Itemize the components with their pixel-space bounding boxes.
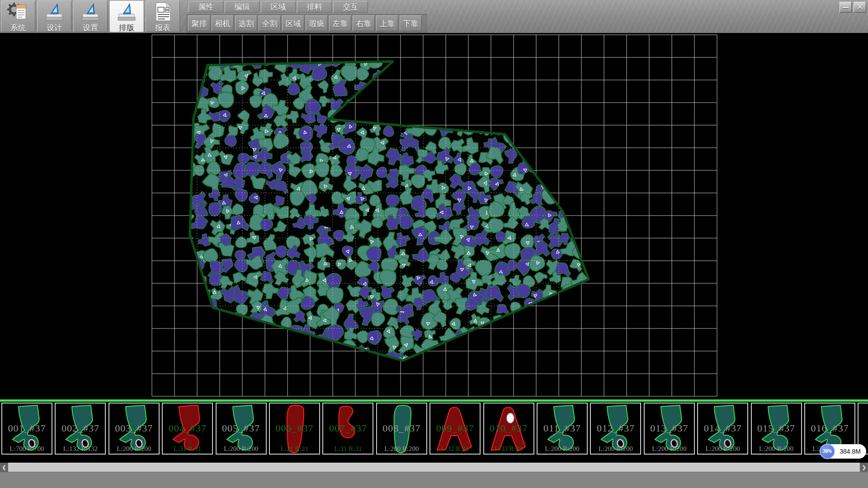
piece-thumbnail-5[interactable]: 005_#37L:200 R:200 xyxy=(216,403,267,455)
badge-size-label: 384.8M xyxy=(840,448,861,455)
close-button[interactable]: ✕ xyxy=(854,2,866,13)
piece-lr-count-label: L:200 R:200 xyxy=(591,445,640,453)
mode-button-report[interactable]: 报表 xyxy=(146,0,180,32)
action-button-1[interactable]: 相机 xyxy=(212,15,234,31)
piece-thumbnail-2[interactable]: 002_#37L:132 R:132 xyxy=(55,403,106,455)
action-button-0[interactable]: 聚排 xyxy=(188,15,210,31)
piece-thumbnail-9[interactable]: 009_#37L:32 R:31 xyxy=(429,403,481,455)
mode-button-settings[interactable]: 设置 xyxy=(73,0,108,32)
piece-lr-count-label: L:33 R:33 xyxy=(484,445,533,453)
piece-id-label: 009_#37 xyxy=(430,422,480,434)
titlebar[interactable]: 系统设计设置排版报表 属性编辑区域排料交互 聚排相机选割全割区域瑕疵左靠右靠上靠… xyxy=(0,0,868,33)
badge-percent-label: 38% xyxy=(823,449,832,454)
piece-id-label: 012_#37 xyxy=(591,422,640,434)
piece-lr-count-label: L:200 R:200 xyxy=(752,445,801,453)
mode-button-design[interactable]: 设计 xyxy=(37,0,71,32)
action-button-7[interactable]: 右靠 xyxy=(353,15,375,31)
piece-id-label: 008_#37 xyxy=(377,422,426,434)
piece-thumbnail-14[interactable]: 014_#37L:200 R:200 xyxy=(697,403,748,455)
piece-id-label: 010_#37 xyxy=(484,422,533,434)
piece-thumbnail-6[interactable]: 006_#37L:21 R:21 xyxy=(269,403,320,455)
strip-top-border xyxy=(0,399,868,402)
piece-thumbnail-3[interactable]: 003_#37L:200 R:200 xyxy=(108,403,160,455)
nesting-canvas[interactable] xyxy=(0,33,868,399)
piece-lr-count-label: L:31 R:31 xyxy=(323,445,373,453)
download-progress-badge[interactable]: 38% xyxy=(820,444,835,459)
set-square-ruler-icon xyxy=(43,2,65,22)
scroll-right-button[interactable]: ❯ xyxy=(860,463,868,472)
piece-thumbnail-1[interactable]: 001_#37L:700 R:700 xyxy=(1,403,52,455)
piece-lr-count-label: L:200 R:200 xyxy=(698,445,747,453)
piece-id-label: 015_#37 xyxy=(752,422,801,434)
action-button-2[interactable]: 选割 xyxy=(235,15,257,31)
action-button-4[interactable]: 区域 xyxy=(282,15,304,31)
gear-document-icon xyxy=(7,2,29,22)
piece-thumbnail-15[interactable]: 015_#37L:200 R:200 xyxy=(751,403,802,455)
menu-item-0[interactable]: 属性 xyxy=(189,1,223,13)
mode-label-settings: 设置 xyxy=(74,23,107,32)
menu-item-2[interactable]: 区域 xyxy=(261,1,296,13)
mode-button-system[interactable]: 系统 xyxy=(1,0,35,32)
piece-lr-count-label: L:700 R:700 xyxy=(2,445,52,453)
action-bar: 聚排相机选割全割区域瑕疵左靠右靠上靠下靠 xyxy=(188,15,422,31)
menu-item-1[interactable]: 编辑 xyxy=(225,1,259,13)
action-button-6[interactable]: 左靠 xyxy=(329,15,351,31)
menu-item-3[interactable]: 排料 xyxy=(297,1,332,13)
scroll-track[interactable] xyxy=(8,463,860,472)
mode-label-system: 系统 xyxy=(1,23,35,32)
piece-hole xyxy=(507,413,514,423)
piece-thumbnail-12[interactable]: 012_#37L:200 R:200 xyxy=(590,403,641,455)
piece-id-label: 003_#37 xyxy=(109,422,159,434)
menu-bar: 属性编辑区域排料交互 xyxy=(189,1,368,13)
piece-id-label: 016_#37 xyxy=(805,422,854,434)
status-bar xyxy=(0,472,868,488)
mode-button-layout[interactable]: 排版 xyxy=(109,0,144,32)
piece-thumbnail-11[interactable]: 011_#37L:200 R:200 xyxy=(537,403,588,455)
report-document-icon xyxy=(152,2,174,22)
piece-lr-count-label: L:200 R:200 xyxy=(377,445,426,453)
piece-lr-count-label: L:200 R:200 xyxy=(538,445,587,453)
piece-id-label: 014_#37 xyxy=(698,422,747,434)
piece-thumbnail-7[interactable]: 007_#37L:31 R:31 xyxy=(322,403,373,455)
mode-label-report: 报表 xyxy=(146,23,179,32)
piece-id-label: 013_#37 xyxy=(645,422,694,434)
piece-lr-count-label: L:200 R:200 xyxy=(109,445,159,453)
piece-thumbnail-13[interactable]: 013_#37L:200 R:200 xyxy=(644,403,695,455)
nesting-layout-drawing xyxy=(0,33,868,399)
set-square-ruler-icon xyxy=(80,2,101,22)
action-toolbar-strip: 聚排相机选割全割区域瑕疵左靠右靠上靠下靠 xyxy=(186,14,427,33)
piece-lr-count-label: L:200 R:200 xyxy=(645,445,694,453)
piece-lr-count-label: L:21 R:21 xyxy=(270,445,319,453)
action-button-3[interactable]: 全割 xyxy=(259,15,281,31)
piece-thumbnail-8[interactable]: 008_#37L:200 R:200 xyxy=(376,403,427,455)
mode-label-design: 设计 xyxy=(38,23,71,32)
piece-id-label: 001_#37 xyxy=(2,422,52,434)
action-button-5[interactable]: 瑕疵 xyxy=(306,15,328,31)
pieces-strip: 001_#37L:700 R:700002_#37L:132 R:132003_… xyxy=(0,399,868,455)
piece-lr-count-label: L:132 R:132 xyxy=(56,445,105,453)
action-button-9[interactable]: 下靠 xyxy=(400,15,422,31)
action-button-8[interactable]: 上靠 xyxy=(376,15,398,31)
minimize-button[interactable]: — xyxy=(840,2,852,13)
piece-id-label: 011_#37 xyxy=(538,422,587,434)
set-square-ruler-icon xyxy=(116,2,137,22)
application-window: 系统设计设置排版报表 属性编辑区域排料交互 聚排相机选割全割区域瑕疵左靠右靠上靠… xyxy=(0,0,868,488)
piece-lr-count-label: L:31 R:31 xyxy=(163,445,212,453)
horizontal-scrollbar: ❮ ❯ xyxy=(0,463,868,472)
piece-id-label: 004_#37 xyxy=(163,422,212,434)
piece-thumbnail-4[interactable]: 004_#37L:31 R:31 xyxy=(162,403,213,455)
piece-id-label: 005_#37 xyxy=(217,422,266,434)
scroll-left-button[interactable]: ❮ xyxy=(0,463,8,472)
piece-lr-count-label: L:200 R:200 xyxy=(217,445,266,453)
mode-label-layout: 排版 xyxy=(110,23,143,32)
piece-lr-count-label: L:32 R:31 xyxy=(430,445,480,453)
piece-thumbnail-10[interactable]: 010_#37L:33 R:33 xyxy=(483,403,534,455)
piece-id-label: 002_#37 xyxy=(56,422,105,434)
piece-id-label: 006_#37 xyxy=(270,422,319,434)
mode-toolbar: 系统设计设置排版报表 xyxy=(1,0,180,32)
menu-item-4[interactable]: 交互 xyxy=(333,1,368,13)
piece-id-label: 007_#37 xyxy=(323,422,373,434)
